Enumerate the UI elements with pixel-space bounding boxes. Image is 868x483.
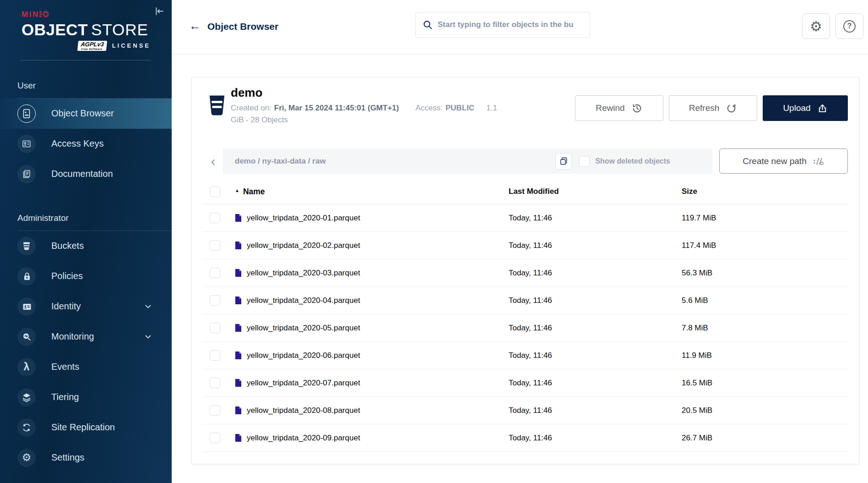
object-size: 20.5 MiB	[682, 406, 848, 415]
table-row[interactable]: yellow_tripdata_2020-09.parquet Today, 1…	[203, 424, 848, 452]
page-title: Object Browser	[207, 21, 278, 32]
sidebar-item-monitoring[interactable]: Monitoring	[0, 322, 172, 352]
object-modified: Today, 11:46	[509, 434, 682, 443]
bucket-header: demo Created on:Fri, Mar 15 2024 11:45:0…	[203, 77, 848, 126]
bucket-meta: Created on:Fri, Mar 15 2024 11:45:01 (GM…	[231, 102, 515, 126]
sidebar-item-label: Documentation	[51, 169, 113, 179]
column-header-size[interactable]: Size	[682, 187, 848, 196]
sidebar: MINIO OBJECTSTORE AGPLv3Free Software LI…	[0, 0, 172, 483]
settings-icon: ⚙	[17, 449, 36, 467]
row-checkbox[interactable]	[210, 433, 220, 443]
sort-asc-icon: ▲	[235, 188, 239, 193]
object-modified: Today, 11:46	[509, 406, 682, 415]
policies-icon	[17, 267, 36, 285]
sidebar-item-tiering[interactable]: Tiering	[0, 382, 172, 412]
divider	[20, 60, 151, 60]
documentation-icon	[17, 165, 36, 183]
sidebar-item-identity[interactable]: Identity	[0, 291, 172, 322]
row-checkbox[interactable]	[210, 323, 220, 333]
file-icon	[235, 324, 242, 332]
upload-button[interactable]: Upload	[763, 95, 848, 121]
sidebar-item-buckets[interactable]: Buckets	[0, 231, 172, 261]
object-name: yellow_tripdata_2020-04.parquet	[247, 296, 360, 305]
copy-path-button[interactable]	[555, 153, 572, 170]
gear-icon: ⚙	[810, 18, 822, 34]
table-row[interactable]: yellow_tripdata_2020-05.parquet Today, 1…	[203, 314, 848, 342]
sidebar-item-access-keys[interactable]: Access Keys	[0, 129, 172, 159]
file-icon	[235, 296, 242, 305]
file-icon	[235, 241, 242, 250]
object-modified: Today, 11:46	[509, 379, 682, 388]
table-row[interactable]: yellow_tripdata_2020-04.parquet Today, 1…	[203, 287, 848, 314]
search-input[interactable]	[415, 12, 590, 38]
table-row[interactable]: yellow_tripdata_2020-01.parquet Today, 1…	[203, 204, 848, 232]
show-deleted-checkbox[interactable]	[579, 156, 590, 167]
sidebar-item-label: Settings	[51, 452, 84, 463]
sidebar-item-documentation[interactable]: Documentation	[0, 159, 172, 189]
file-icon	[235, 269, 242, 277]
object-modified: Today, 11:46	[509, 351, 682, 360]
help-button[interactable]: ?	[835, 13, 863, 39]
sidebar-item-object-browser[interactable]: Object Browser	[0, 99, 172, 129]
search-icon	[423, 20, 433, 30]
column-header-name[interactable]: ▲ Name	[235, 187, 509, 197]
column-header-modified[interactable]: Last Modified	[509, 187, 682, 196]
object-browser-icon	[17, 104, 36, 123]
created-value: Fri, Mar 15 2024 11:45:01 (GMT+1)	[274, 104, 399, 112]
sidebar-item-site-replication[interactable]: Site Replication	[0, 412, 172, 443]
refresh-button[interactable]: Refresh	[669, 95, 757, 121]
copy-icon	[559, 157, 568, 165]
bucket-icon	[209, 94, 225, 126]
object-name: yellow_tripdata_2020-01.parquet	[247, 214, 360, 223]
object-modified: Today, 11:46	[509, 324, 682, 333]
object-name: yellow_tripdata_2020-02.parquet	[247, 241, 360, 250]
object-name: yellow_tripdata_2020-07.parquet	[247, 379, 360, 388]
chevron-down-icon[interactable]	[145, 304, 152, 309]
row-checkbox[interactable]	[210, 213, 220, 223]
show-deleted-label: Show deleted objects	[595, 157, 670, 165]
row-checkbox[interactable]	[210, 295, 220, 306]
create-new-path-button[interactable]: Create new path	[719, 148, 848, 174]
select-all-checkbox[interactable]	[210, 187, 220, 197]
rewind-label: Rewind	[596, 103, 624, 113]
collapse-sidebar-icon[interactable]	[154, 5, 166, 17]
sidebar-item-label: Object Browser	[51, 108, 114, 119]
access-value[interactable]: PUBLIC	[445, 104, 474, 112]
object-size: 5.6 MiB	[682, 296, 848, 305]
help-icon: ?	[843, 20, 856, 33]
top-header: ← Object Browser ⚙ ?	[172, 0, 868, 55]
product-name: OBJECTSTORE	[22, 21, 172, 39]
breadcrumb[interactable]: demo / ny-taxi-data / raw	[235, 157, 326, 166]
rewind-button[interactable]: Rewind	[575, 95, 663, 121]
sidebar-item-settings[interactable]: ⚙ Settings	[0, 443, 172, 473]
object-name: yellow_tripdata_2020-03.parquet	[247, 269, 360, 278]
file-icon	[235, 379, 242, 387]
site-replication-icon	[17, 418, 36, 437]
sidebar-item-policies[interactable]: Policies	[0, 261, 172, 291]
row-checkbox[interactable]	[210, 240, 220, 251]
row-checkbox[interactable]	[210, 405, 220, 416]
sidebar-item-label: Tiering	[51, 392, 79, 402]
object-size: 16.5 MiB	[682, 379, 848, 388]
table-row[interactable]: yellow_tripdata_2020-02.parquet Today, 1…	[203, 232, 848, 259]
settings-gear-button[interactable]: ⚙	[802, 13, 830, 39]
identity-icon	[17, 297, 36, 316]
sidebar-item-label: Events	[51, 362, 79, 372]
row-checkbox[interactable]	[210, 350, 220, 361]
object-size: 26.7 MiB	[682, 434, 848, 443]
chevron-down-icon[interactable]	[145, 335, 152, 339]
file-icon	[235, 406, 242, 415]
table-row[interactable]: yellow_tripdata_2020-03.parquet Today, 1…	[203, 259, 848, 287]
created-label: Created on:	[231, 104, 271, 112]
row-checkbox[interactable]	[210, 378, 220, 388]
sidebar-section-administrator: Administrator	[17, 213, 172, 223]
object-name: yellow_tripdata_2020-05.parquet	[247, 324, 360, 333]
chevron-left-icon[interactable]: ‹	[203, 148, 224, 174]
sidebar-item-events[interactable]: λ Events	[0, 352, 172, 382]
table-row[interactable]: yellow_tripdata_2020-06.parquet Today, 1…	[203, 342, 848, 369]
row-checkbox[interactable]	[210, 268, 220, 278]
table-row[interactable]: yellow_tripdata_2020-08.parquet Today, 1…	[203, 397, 848, 424]
table-row[interactable]: yellow_tripdata_2020-07.parquet Today, 1…	[203, 369, 848, 397]
object-modified: Today, 11:46	[509, 269, 682, 278]
back-arrow-icon[interactable]: ←	[189, 19, 201, 33]
